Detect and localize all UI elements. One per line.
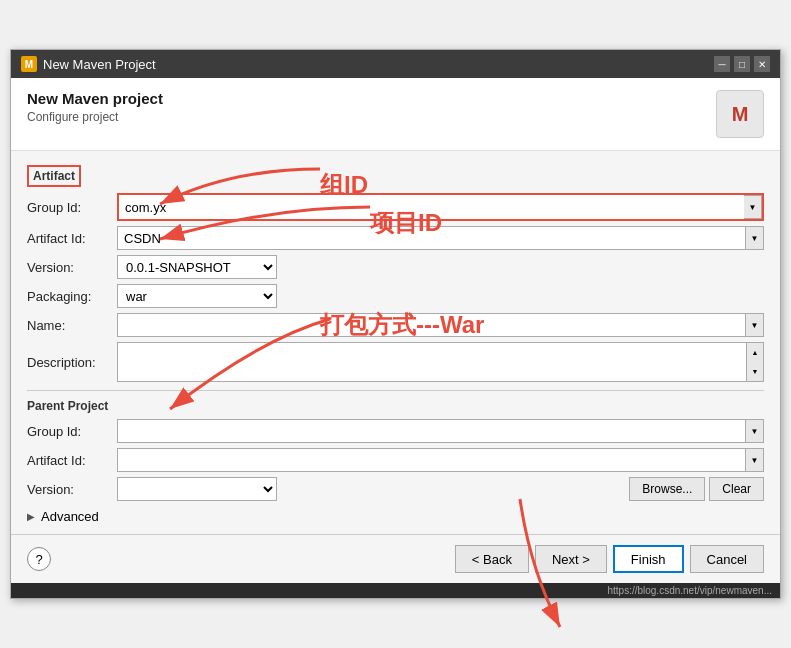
- parent-artifact-id-input[interactable]: [117, 448, 746, 472]
- parent-project-section-label: Parent Project: [27, 399, 764, 413]
- group-id-dropdown[interactable]: ▼: [744, 195, 762, 219]
- name-dropdown[interactable]: ▼: [746, 313, 764, 337]
- version-label: Version:: [27, 260, 117, 275]
- description-textarea[interactable]: [117, 342, 747, 382]
- description-row: Description: ▲ ▼: [27, 342, 764, 382]
- window-title: New Maven Project: [43, 57, 156, 72]
- parent-group-id-label: Group Id:: [27, 424, 117, 439]
- maven-logo: M: [716, 90, 764, 138]
- dialog-body: Artifact Group Id: ▼ Artifact Id: ▼ Ver: [11, 151, 780, 534]
- window-icon: M: [21, 56, 37, 72]
- description-scroll-up[interactable]: ▲: [747, 343, 763, 362]
- group-id-row: Group Id: ▼: [27, 193, 764, 221]
- parent-artifact-id-dropdown[interactable]: ▼: [746, 448, 764, 472]
- advanced-section[interactable]: ▶ Advanced: [27, 509, 764, 524]
- parent-version-row: Version: Browse... Clear: [27, 477, 764, 501]
- group-id-label: Group Id:: [27, 200, 117, 215]
- artifact-id-label: Artifact Id:: [27, 231, 117, 246]
- close-button[interactable]: ✕: [754, 56, 770, 72]
- packaging-row: Packaging: war jar pom: [27, 284, 764, 308]
- description-scroll-down[interactable]: ▼: [747, 362, 763, 381]
- parent-version-select[interactable]: [117, 477, 277, 501]
- help-button[interactable]: ?: [27, 547, 51, 571]
- parent-version-label: Version:: [27, 482, 117, 497]
- parent-group-id-input[interactable]: [117, 419, 746, 443]
- maximize-button[interactable]: □: [734, 56, 750, 72]
- parent-group-id-row: Group Id: ▼: [27, 419, 764, 443]
- browse-button[interactable]: Browse...: [629, 477, 705, 501]
- finish-button[interactable]: Finish: [613, 545, 684, 573]
- advanced-triangle-icon: ▶: [27, 511, 35, 522]
- name-label: Name:: [27, 318, 117, 333]
- title-bar: M New Maven Project ─ □ ✕: [11, 50, 780, 78]
- back-button[interactable]: < Back: [455, 545, 529, 573]
- artifact-section-label: Artifact: [27, 165, 81, 187]
- parent-artifact-id-label: Artifact Id:: [27, 453, 117, 468]
- version-select[interactable]: 0.0.1-SNAPSHOT: [117, 255, 277, 279]
- cancel-button[interactable]: Cancel: [690, 545, 764, 573]
- next-button[interactable]: Next >: [535, 545, 607, 573]
- parent-group-id-dropdown[interactable]: ▼: [746, 419, 764, 443]
- minimize-button[interactable]: ─: [714, 56, 730, 72]
- artifact-id-dropdown[interactable]: ▼: [746, 226, 764, 250]
- dialog-title: New Maven project: [27, 90, 163, 107]
- dialog-header: New Maven project Configure project M: [11, 78, 780, 151]
- name-row: Name: ▼: [27, 313, 764, 337]
- packaging-label: Packaging:: [27, 289, 117, 304]
- group-id-input[interactable]: [119, 195, 744, 219]
- url-bar: https://blog.csdn.net/vip/newmaven...: [11, 583, 780, 598]
- name-input[interactable]: [117, 313, 746, 337]
- advanced-label: Advanced: [41, 509, 99, 524]
- version-row: Version: 0.0.1-SNAPSHOT: [27, 255, 764, 279]
- dialog-subtitle: Configure project: [27, 110, 163, 124]
- packaging-select[interactable]: war jar pom: [117, 284, 277, 308]
- parent-artifact-id-row: Artifact Id: ▼: [27, 448, 764, 472]
- divider-1: [27, 390, 764, 391]
- clear-button[interactable]: Clear: [709, 477, 764, 501]
- dialog-footer: ? < Back Next > Finish Cancel: [11, 534, 780, 583]
- artifact-id-row: Artifact Id: ▼: [27, 226, 764, 250]
- description-label: Description:: [27, 355, 117, 370]
- artifact-id-input[interactable]: [117, 226, 746, 250]
